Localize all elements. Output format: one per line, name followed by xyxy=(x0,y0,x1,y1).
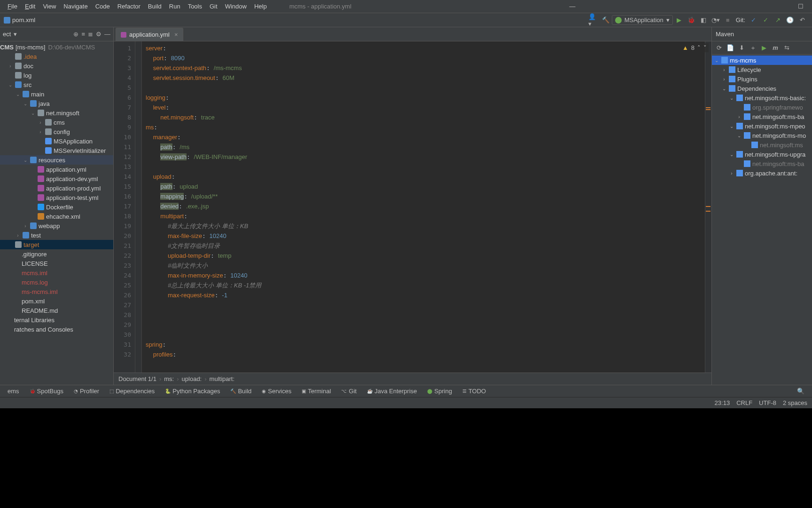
dependencies-button[interactable]: ⬚Dependencies xyxy=(105,386,159,397)
stop-button[interactable]: ■ xyxy=(723,15,733,25)
project-view-label[interactable]: ect xyxy=(3,31,11,38)
tree-row[interactable]: LICENSE xyxy=(0,259,113,268)
user-icon[interactable]: 👤▾ xyxy=(588,15,599,25)
minimize-button[interactable]: — xyxy=(564,3,580,10)
tree-row[interactable]: ⌄resources xyxy=(0,155,113,165)
maven-row[interactable]: org.springframewo xyxy=(712,103,812,112)
hide-icon[interactable]: — xyxy=(104,31,110,38)
profile-button[interactable]: ◔▾ xyxy=(710,15,721,25)
tree-row[interactable]: application-test.yml xyxy=(0,193,113,202)
maven-row[interactable]: net.mingsoft:ms xyxy=(712,140,812,150)
add-icon[interactable]: ＋ xyxy=(749,44,757,52)
tree-row[interactable]: ›webapp xyxy=(0,221,113,230)
terminal-button[interactable]: ▣Terminal xyxy=(297,386,336,397)
tree-row[interactable]: ehcache.xml xyxy=(0,212,113,221)
maven-row[interactable]: ⌄net.mingsoft:ms-upgra xyxy=(712,150,812,159)
coverage-button[interactable]: ◧ xyxy=(698,15,709,25)
inspection-widget[interactable]: ▲ 8 ˄ ˅ xyxy=(680,43,709,52)
menu-refactor[interactable]: Refactor xyxy=(114,3,144,10)
tree-row[interactable]: .idea xyxy=(0,52,113,61)
expand-all-icon[interactable]: ≡ xyxy=(81,31,85,38)
crumb-multipart[interactable]: multipart: xyxy=(210,375,234,382)
git-history-button[interactable]: 🕓 xyxy=(785,15,795,25)
maven-row[interactable]: ›Plugins xyxy=(712,74,812,84)
maven-tree[interactable]: ⌄ ms-mcms ›Lifecycle›Plugins⌄Dependencie… xyxy=(712,55,812,385)
crumb-upload[interactable]: upload: xyxy=(182,375,202,382)
fold-bar[interactable] xyxy=(135,41,142,373)
maven-icon[interactable]: m xyxy=(771,44,780,51)
tree-row[interactable]: ⌄java xyxy=(0,99,113,108)
crumb-ms[interactable]: ms: xyxy=(164,375,174,382)
chevron-down-icon[interactable]: ▾ xyxy=(14,31,17,38)
tree-row[interactable]: ›cms xyxy=(0,118,113,127)
run-button[interactable]: ▶ xyxy=(674,15,684,25)
code-content[interactable]: server: port: 8090 servlet.context-path:… xyxy=(142,41,705,373)
problems-button[interactable]: ems xyxy=(3,386,24,397)
reload-icon[interactable]: ⟳ xyxy=(715,44,723,51)
tree-row[interactable]: application-dev.yml xyxy=(0,174,113,183)
tree-row[interactable]: ⌄src xyxy=(0,80,113,89)
run-config-selector[interactable]: MSApplication ▾ xyxy=(612,15,673,25)
maximize-button[interactable]: ☐ xyxy=(793,3,808,10)
settings-icon[interactable]: ⚙ xyxy=(96,31,102,38)
services-button[interactable]: ◉Services xyxy=(257,386,296,397)
profiler-button[interactable]: ◔Profiler xyxy=(69,386,104,397)
maven-row[interactable]: ›net.mingsoft:ms-ba xyxy=(712,112,812,121)
tree-row[interactable]: MSServletInitializer xyxy=(0,146,113,155)
tree-row[interactable]: mcms.log xyxy=(0,278,113,287)
debug-button[interactable]: 🐞 xyxy=(686,15,696,25)
search-icon[interactable]: 🔍 xyxy=(792,386,809,397)
maven-row[interactable]: net.mingsoft:ms-ba xyxy=(712,159,812,168)
tree-row[interactable]: ›test xyxy=(0,230,113,240)
tree-row[interactable]: ms-mcms.iml xyxy=(0,287,113,296)
chevron-up-icon[interactable]: ˄ xyxy=(697,44,701,51)
file-encoding[interactable]: UTF-8 xyxy=(759,399,776,406)
maven-row[interactable]: ⌄net.mingsoft:ms-mpeo xyxy=(712,121,812,131)
close-icon[interactable]: × xyxy=(174,31,178,38)
git-update-button[interactable]: ✓ xyxy=(748,15,758,25)
tree-row[interactable]: application.yml xyxy=(0,165,113,174)
menu-run[interactable]: Run xyxy=(165,3,184,10)
toggle-offline-icon[interactable]: ⇆ xyxy=(782,44,791,51)
tree-row[interactable]: application-prod.yml xyxy=(0,183,113,193)
line-separator[interactable]: CRLF xyxy=(736,399,752,406)
tree-row[interactable]: mcms.iml xyxy=(0,268,113,278)
build-button[interactable]: 🔨Build xyxy=(226,386,256,397)
collapse-all-icon[interactable]: ≣ xyxy=(88,31,93,38)
tree-row[interactable]: ratches and Consoles xyxy=(0,325,113,334)
build-button[interactable]: 🔨 xyxy=(601,15,611,25)
tree-row[interactable]: ›doc xyxy=(0,61,113,71)
javaee-button[interactable]: ☕Java Enterprise xyxy=(362,386,422,397)
generate-sources-icon[interactable]: 📄 xyxy=(726,44,734,51)
menu-navigate[interactable]: Navigate xyxy=(60,3,91,10)
git-push-button[interactable]: ↗ xyxy=(773,15,783,25)
run-icon[interactable]: ▶ xyxy=(760,44,768,51)
maven-row[interactable]: ⌄Dependencies xyxy=(712,84,812,93)
spotbugs-button[interactable]: 🐞SpotBugs xyxy=(25,386,68,397)
tree-row[interactable]: log xyxy=(0,71,113,80)
caret-position[interactable]: 23:13 xyxy=(715,399,730,406)
minimap[interactable] xyxy=(705,41,711,373)
menu-file[interactable]: File xyxy=(4,3,21,10)
chevron-down-icon[interactable]: ˅ xyxy=(703,44,707,51)
maven-root[interactable]: ⌄ ms-mcms xyxy=(712,56,812,65)
spring-button[interactable]: ⬤Spring xyxy=(422,386,457,397)
menu-help[interactable]: Help xyxy=(250,3,271,10)
project-tree[interactable]: CMS [ms-mcms] D:\06-dev\MCMS .idea›doclo… xyxy=(0,41,113,385)
git-commit-button[interactable]: ✓ xyxy=(760,15,771,25)
menu-code[interactable]: Code xyxy=(92,3,114,10)
tree-row[interactable]: pom.xml xyxy=(0,296,113,306)
tree-row[interactable]: ›config xyxy=(0,127,113,136)
code-editor[interactable]: 1234567891011121314151617181920212223242… xyxy=(114,41,711,373)
menu-view[interactable]: View xyxy=(39,3,60,10)
menu-tools[interactable]: Tools xyxy=(184,3,206,10)
python-packages-button[interactable]: 🐍Python Packages xyxy=(160,386,225,397)
maven-row[interactable]: ›org.apache.ant:ant: xyxy=(712,168,812,178)
menu-edit[interactable]: Edit xyxy=(21,3,39,10)
tree-row[interactable]: MSApplication xyxy=(0,136,113,146)
tree-row[interactable]: .gitignore xyxy=(0,249,113,259)
tree-row[interactable]: ternal Libraries xyxy=(0,315,113,325)
tree-row[interactable]: ⌄net.mingsoft xyxy=(0,108,113,118)
tree-row[interactable]: README.md xyxy=(0,306,113,315)
tab-application-yml[interactable]: application.yml × xyxy=(116,28,183,41)
